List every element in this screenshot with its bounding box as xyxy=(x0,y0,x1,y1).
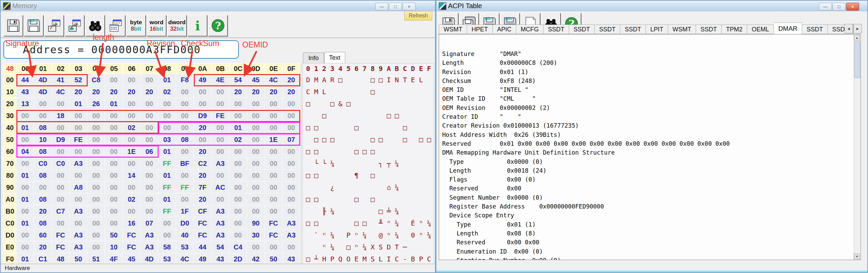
hex-cell-E0-0B[interactable]: 54 xyxy=(212,241,229,253)
hex-cell-F0-05[interactable]: 4F xyxy=(105,253,123,265)
hex-cell-B0-00[interactable]: 00 xyxy=(16,205,34,217)
hex-cell-00-09[interactable]: F8 xyxy=(176,74,194,86)
acpi-maximize-button[interactable]: □ xyxy=(833,3,845,11)
hex-cell-80-0E[interactable]: 00 xyxy=(265,170,283,182)
hex-cell-A0-00[interactable]: 01 xyxy=(16,193,34,205)
hex-cell-A0-05[interactable]: 00 xyxy=(105,193,123,205)
acpi-tab-DMAR-13[interactable]: DMAR xyxy=(774,23,802,34)
hex-cell-30-04[interactable]: 00 xyxy=(87,110,105,122)
hex-cell-F0-06[interactable]: 45 xyxy=(123,253,141,265)
hex-cell-30-09[interactable]: 00 xyxy=(176,110,194,122)
hex-cell-80-06[interactable]: 14 xyxy=(123,170,141,182)
hex-cell-80-0A[interactable]: 20 xyxy=(194,170,212,182)
hex-cell-50-0F[interactable]: 07 xyxy=(283,134,300,146)
hex-cell-D0-03[interactable]: A3 xyxy=(70,229,87,241)
acpi-tab-SSDT-7[interactable]: SSDT xyxy=(620,25,646,34)
hex-cell-B0-08[interactable]: FF xyxy=(158,205,176,217)
hex-cell-40-03[interactable]: 00 xyxy=(70,122,87,134)
hex-cell-80-0D[interactable]: 00 xyxy=(247,170,265,182)
hex-cell-D0-0D[interactable]: 30 xyxy=(247,229,265,241)
hex-cell-00-06[interactable]: 00 xyxy=(123,74,141,86)
tab-scroll-right-button[interactable]: ► xyxy=(853,24,862,33)
hex-cell-C0-04[interactable]: 00 xyxy=(87,217,105,229)
hex-cell-70-08[interactable]: FF xyxy=(158,158,176,170)
hex-cell-E0-0D[interactable]: 00 xyxy=(247,241,265,253)
hex-cell-C0-05[interactable]: 00 xyxy=(105,217,123,229)
hex-cell-B0-07[interactable]: 00 xyxy=(141,205,158,217)
hex-cell-E0-01[interactable]: 20 xyxy=(34,241,52,253)
hex-cell-B0-0B[interactable]: A3 xyxy=(212,205,229,217)
acpi-minimize-button[interactable]: — xyxy=(819,3,832,11)
hex-cell-40-04[interactable]: 00 xyxy=(87,122,105,134)
hex-cell-70-03[interactable]: A3 xyxy=(70,158,87,170)
hex-cell-60-01[interactable]: 08 xyxy=(34,146,52,158)
hex-cell-30-05[interactable]: 00 xyxy=(105,110,123,122)
scroll-up-arrow[interactable]: ▲ xyxy=(854,35,860,41)
hex-cell-20-0B[interactable]: 00 xyxy=(212,98,229,110)
hex-cell-20-03[interactable]: 01 xyxy=(70,98,87,110)
hex-cell-20-06[interactable]: 00 xyxy=(123,98,141,110)
hex-cell-80-0B[interactable]: 00 xyxy=(212,170,229,182)
hex-cell-30-02[interactable]: 18 xyxy=(52,110,70,122)
hex-cell-D0-0F[interactable]: A3 xyxy=(283,229,300,241)
hex-cell-30-0F[interactable]: 00 xyxy=(283,110,300,122)
hex-cell-70-0B[interactable]: A3 xyxy=(212,158,229,170)
hex-cell-30-0B[interactable]: FE xyxy=(212,110,229,122)
acpi-close-button[interactable]: × xyxy=(846,3,859,11)
hex-cell-50-0B[interactable]: 00 xyxy=(212,134,229,146)
hex-cell-60-0D[interactable]: 00 xyxy=(247,146,265,158)
hex-cell-30-08[interactable]: 00 xyxy=(158,110,176,122)
hex-cell-40-00[interactable]: 01 xyxy=(16,122,34,134)
hex-cell-30-0C[interactable]: 00 xyxy=(229,110,247,122)
hex-cell-C0-0B[interactable]: A3 xyxy=(212,217,229,229)
hex-cell-00-0D[interactable]: 45 xyxy=(247,74,265,86)
hex-cell-F0-0C[interactable]: 2D xyxy=(229,253,247,265)
hex-cell-20-08[interactable]: 00 xyxy=(158,98,176,110)
hex-cell-10-04[interactable]: 20 xyxy=(87,86,105,98)
hex-cell-70-07[interactable]: 00 xyxy=(141,158,158,170)
hex-cell-80-0C[interactable]: 00 xyxy=(229,170,247,182)
hex-cell-10-02[interactable]: 4C xyxy=(52,86,70,98)
hex-cell-00-07[interactable]: 00 xyxy=(141,74,158,86)
close-button[interactable]: × xyxy=(403,3,416,11)
hex-cell-B0-0C[interactable]: 00 xyxy=(229,205,247,217)
hex-cell-30-0D[interactable]: 00 xyxy=(247,110,265,122)
hex-cell-F0-04[interactable]: 51 xyxy=(87,253,105,265)
hex-cell-F0-09[interactable]: 4C xyxy=(176,253,194,265)
hex-cell-10-00[interactable]: 43 xyxy=(16,86,34,98)
hex-cell-30-07[interactable]: 00 xyxy=(141,110,158,122)
hex-cell-A0-08[interactable]: 01 xyxy=(158,193,176,205)
hex-cell-C0-0C[interactable]: 00 xyxy=(229,217,247,229)
hex-cell-00-0E[interactable]: 4C xyxy=(265,74,283,86)
hex-cell-C0-0F[interactable]: A3 xyxy=(283,217,300,229)
hex-cell-B0-0A[interactable]: CF xyxy=(194,205,212,217)
hex-cell-20-02[interactable]: 00 xyxy=(52,98,70,110)
hex-cell-E0-0A[interactable]: 44 xyxy=(194,241,212,253)
hex-cell-00-08[interactable]: 01 xyxy=(158,74,176,86)
hex-cell-80-07[interactable]: 00 xyxy=(141,170,158,182)
hex-cell-00-02[interactable]: 41 xyxy=(52,74,70,86)
hex-cell-B0-09[interactable]: 1F xyxy=(176,205,194,217)
hex-cell-D0-04[interactable]: 00 xyxy=(87,229,105,241)
minimize-button[interactable]: — xyxy=(375,3,388,11)
hex-cell-90-0C[interactable]: 00 xyxy=(229,182,247,193)
hex-cell-B0-0D[interactable]: 00 xyxy=(247,205,265,217)
hex-cell-90-0B[interactable]: AC xyxy=(212,182,229,193)
hex-cell-20-0C[interactable]: 00 xyxy=(229,98,247,110)
hex-cell-20-0D[interactable]: 00 xyxy=(247,98,265,110)
hex-cell-B0-06[interactable]: 00 xyxy=(123,205,141,217)
acpi-tab-WSMT-9[interactable]: WSMT xyxy=(668,25,696,34)
hex-cell-10-07[interactable]: 20 xyxy=(141,86,158,98)
hex-cell-F0-03[interactable]: 50 xyxy=(70,253,87,265)
hex-cell-60-02[interactable]: 00 xyxy=(52,146,70,158)
hex-cell-40-0B[interactable]: 00 xyxy=(212,122,229,134)
hex-cell-50-09[interactable]: 08 xyxy=(176,134,194,146)
hex-cell-40-02[interactable]: 00 xyxy=(52,122,70,134)
hex-cell-A0-0B[interactable]: 00 xyxy=(212,193,229,205)
hex-cell-E0-0C[interactable]: C4 xyxy=(229,241,247,253)
hex-cell-D0-02[interactable]: FC xyxy=(52,229,70,241)
hex-cell-F0-00[interactable]: 01 xyxy=(16,253,34,265)
acpi-tab-APIC-2[interactable]: APIC xyxy=(493,25,516,34)
hex-cell-C0-0E[interactable]: FC xyxy=(265,217,283,229)
hex-cell-E0-02[interactable]: FC xyxy=(52,241,70,253)
